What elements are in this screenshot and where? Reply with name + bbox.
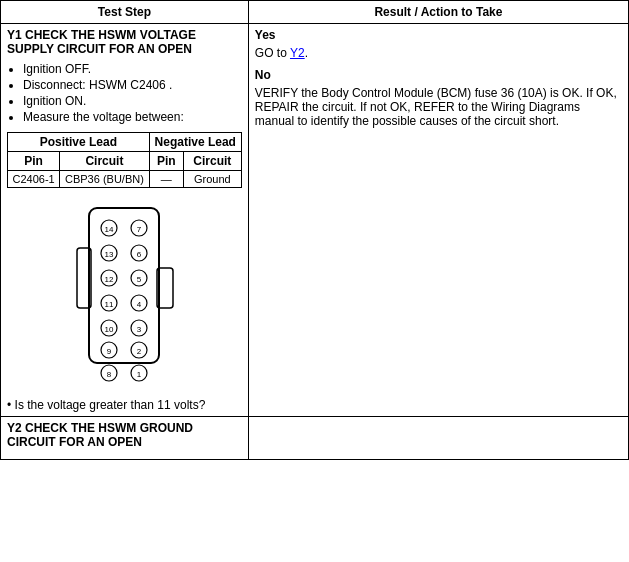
svg-text:6: 6 <box>137 250 142 259</box>
positive-lead-header: Positive Lead <box>8 133 150 152</box>
cell-pin-neg: — <box>149 171 183 188</box>
step-y2-title: Y2 CHECK THE HSWM GROUND CIRCUIT FOR AN … <box>7 421 242 449</box>
result-yes-label: Yes <box>255 28 622 42</box>
svg-text:1: 1 <box>137 370 142 379</box>
lead-table: Positive Lead Negative Lead Pin Circuit … <box>7 132 242 188</box>
result-no-action: VERIFY the Body Control Module (BCM) fus… <box>255 86 622 128</box>
main-table: Test Step Result / Action to Take Y1 CHE… <box>0 0 629 460</box>
col-circuit2: Circuit <box>183 152 241 171</box>
svg-rect-0 <box>89 208 159 363</box>
result-y1-cell: Yes GO to Y2. No VERIFY the Body Control… <box>248 24 628 417</box>
svg-text:12: 12 <box>105 275 114 284</box>
svg-text:3: 3 <box>137 325 142 334</box>
result-y2-cell <box>248 417 628 460</box>
svg-text:5: 5 <box>137 275 142 284</box>
step-y1-cell: Y1 CHECK THE HSWM VOLTAGE SUPPLY CIRCUIT… <box>1 24 249 417</box>
cell-circuit-neg: Ground <box>183 171 241 188</box>
bullet-3: Ignition ON. <box>23 94 242 108</box>
voltage-question: • Is the voltage greater than 11 volts? <box>7 398 242 412</box>
svg-text:11: 11 <box>105 300 114 309</box>
cell-pin-pos: C2406-1 <box>8 171 60 188</box>
col-pin2: Pin <box>149 152 183 171</box>
step-y1-bullets: Ignition OFF. Disconnect: HSWM C2406 . I… <box>23 62 242 124</box>
result-no-label: No <box>255 68 622 82</box>
negative-lead-header: Negative Lead <box>149 133 241 152</box>
step-y1-title: Y1 CHECK THE HSWM VOLTAGE SUPPLY CIRCUIT… <box>7 28 242 56</box>
svg-text:7: 7 <box>137 225 142 234</box>
svg-text:9: 9 <box>107 347 112 356</box>
bullet-4: Measure the voltage between: <box>23 110 242 124</box>
table-row: C2406-1 CBP36 (BU/BN) — Ground <box>8 171 242 188</box>
col-circuit1: Circuit <box>60 152 150 171</box>
svg-text:8: 8 <box>107 370 112 379</box>
svg-text:10: 10 <box>105 325 114 334</box>
bullet-2: Disconnect: HSWM C2406 . <box>23 78 242 92</box>
svg-text:4: 4 <box>137 300 142 309</box>
y2-link[interactable]: Y2 <box>290 46 305 60</box>
step-y2-row: Y2 CHECK THE HSWM GROUND CIRCUIT FOR AN … <box>1 417 629 460</box>
connector-diagram: 14 7 13 6 12 5 11 <box>59 198 189 388</box>
result-yes-action: GO to Y2. <box>255 46 622 60</box>
step-y2-cell: Y2 CHECK THE HSWM GROUND CIRCUIT FOR AN … <box>1 417 249 460</box>
col-pin1: Pin <box>8 152 60 171</box>
svg-text:14: 14 <box>105 225 114 234</box>
svg-text:13: 13 <box>105 250 114 259</box>
svg-text:2: 2 <box>137 347 142 356</box>
bullet-1: Ignition OFF. <box>23 62 242 76</box>
header-result: Result / Action to Take <box>248 1 628 24</box>
header-test-step: Test Step <box>1 1 249 24</box>
cell-circuit-pos: CBP36 (BU/BN) <box>60 171 150 188</box>
